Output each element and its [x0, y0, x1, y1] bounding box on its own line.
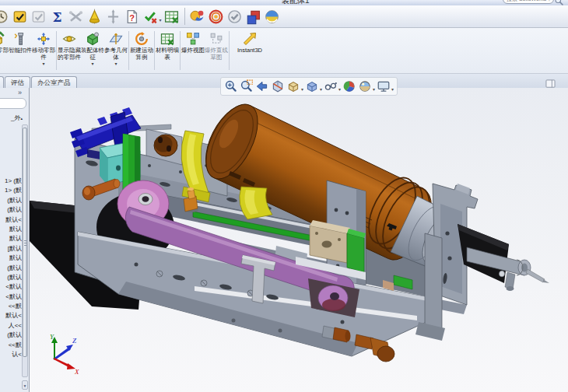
- tree-item[interactable]: (默认: [0, 264, 22, 273]
- tree-root-item[interactable]: _外▴: [0, 114, 23, 122]
- tree-item[interactable]: 人<<: [0, 321, 22, 331]
- tree-item[interactable]: 1> (默: [0, 186, 22, 195]
- smart-fasteners-icon: [12, 31, 28, 47]
- tree-item[interactable]: 默认: [0, 234, 22, 243]
- ribbon-tabs: 评估办公室产品: [0, 76, 78, 88]
- bom-table-icon: [160, 31, 175, 47]
- ribbon-button-instant3d[interactable]: Instant3D: [230, 30, 269, 72]
- search-input[interactable]: [503, 0, 554, 4]
- ribbon-button-label: 智能扣件: [9, 47, 32, 54]
- ribbon-button-explode-line-sketch[interactable]: 爆炸直线草图: [205, 30, 228, 72]
- ribbon-button-assembly-features[interactable]: 装配体特征▾: [81, 30, 104, 72]
- ribbon-button-show-hidden-components[interactable]: 显示隐藏的零部件: [58, 30, 81, 72]
- ribbon-button-label: 爆炸直线草图: [205, 47, 228, 61]
- view-settings-icon[interactable]: [377, 79, 391, 93]
- apply-scene-dropdown-caret[interactable]: ▾: [373, 86, 375, 92]
- tree-item[interactable]: 默认<: [0, 311, 22, 320]
- check-doc-icon[interactable]: ?: [124, 9, 140, 25]
- hide-show-items-dropdown-caret[interactable]: ▾: [338, 86, 341, 92]
- tree-item[interactable]: 默认: [0, 254, 22, 263]
- tree-item[interactable]: <默认: [0, 282, 22, 292]
- edrawings-icon[interactable]: [264, 9, 280, 25]
- hide-show-icon[interactable]: [324, 79, 338, 93]
- ribbon-button-new-motion-study[interactable]: 新建运动算例: [130, 30, 153, 72]
- reference-geometry-icon: [108, 31, 124, 47]
- photoview-icon[interactable]: [189, 9, 205, 25]
- assembly-features-dropdown-caret[interactable]: ▾: [91, 61, 93, 66]
- insert-component-icon: [0, 31, 5, 47]
- tree-item[interactable]: (默认: [0, 331, 22, 340]
- ribbon-button-label: Instant3D: [237, 47, 262, 54]
- instant3d-icon: [242, 31, 258, 47]
- ribbon-button-smart-fasteners[interactable]: 智能扣件: [9, 30, 32, 72]
- render-rings-icon[interactable]: [208, 9, 224, 25]
- tree-item[interactable]: <<默: [0, 341, 22, 350]
- align-icon[interactable]: [105, 9, 121, 25]
- motion-study-icon: [134, 31, 149, 47]
- ribbon-button-reference-geometry[interactable]: 参考几何体▾: [104, 30, 128, 72]
- graphics-viewport[interactable]: Y Z X: [30, 88, 568, 392]
- edit-appearance-icon[interactable]: [342, 79, 356, 93]
- zoom-fit-icon[interactable]: [224, 79, 238, 93]
- show-hidden-icon: [61, 31, 77, 47]
- ribbon-button-bill-of-materials[interactable]: 材料明细表: [156, 30, 179, 72]
- display-style-icon[interactable]: [305, 79, 319, 93]
- ribbon-button-insert-components[interactable]: 插入零部件: [0, 30, 9, 72]
- exploded-view-icon: [185, 31, 201, 47]
- tab-partial[interactable]: [0, 76, 4, 88]
- svg-text:?: ?: [129, 12, 135, 22]
- ribbon-button-label: 装配体特征: [81, 47, 104, 61]
- tree-item[interactable]: 1> (默: [0, 177, 22, 186]
- move-component-dropdown-caret[interactable]: ▾: [42, 61, 44, 66]
- tab-office-products[interactable]: 办公室产品: [31, 76, 77, 88]
- tree-item[interactable]: [默认: [0, 244, 22, 254]
- view-orientation-icon[interactable]: [286, 79, 300, 93]
- zoom-area-icon[interactable]: [240, 79, 254, 93]
- equations-icon[interactable]: Σ: [49, 9, 65, 25]
- view-orientation-dropdown-caret[interactable]: ▾: [301, 86, 303, 92]
- reference-geometry-dropdown-caret[interactable]: ▾: [114, 61, 117, 66]
- ribbon-button-label: 显示隐藏的零部件: [58, 47, 81, 61]
- tree-scrollbar-thumb[interactable]: [23, 128, 27, 357]
- triad-z-label: Z: [72, 337, 77, 345]
- tree-filter-input[interactable]: [0, 98, 26, 109]
- tree-item[interactable]: (默认: [0, 205, 22, 215]
- previous-view-icon[interactable]: [255, 79, 269, 93]
- tree-item[interactable]: (默认: [0, 273, 22, 282]
- cone-icon[interactable]: [86, 9, 103, 25]
- verify-icon[interactable]: [142, 9, 159, 25]
- verification-dropdown-caret[interactable]: ▾: [160, 17, 162, 23]
- search-icon[interactable]: [554, 0, 564, 5]
- bom-excel-icon[interactable]: [163, 9, 180, 25]
- section-view-icon[interactable]: [271, 79, 285, 93]
- view-settings-dropdown-caret[interactable]: ▾: [391, 86, 394, 92]
- tree-item[interactable]: <默认: [0, 292, 22, 302]
- ribbon-button-label: 移动零部件: [32, 47, 55, 61]
- tree-item[interactable]: (默认: [0, 196, 22, 205]
- tree-item[interactable]: 默认<: [0, 215, 22, 225]
- tree-item[interactable]: 默认: [0, 225, 22, 234]
- ribbon-divider: [56, 31, 57, 70]
- history-clock-icon[interactable]: [0, 9, 9, 25]
- assembly-3d-model[interactable]: Y Z X: [30, 88, 568, 392]
- render-options-icon[interactable]: [245, 9, 261, 25]
- tree-scrollbar[interactable]: [22, 124, 28, 377]
- quick-access-toolbar: Σ?▾: [0, 5, 568, 28]
- tab-evaluate[interactable]: 评估: [5, 76, 30, 88]
- ribbon-button-move-component[interactable]: 移动零部件▾: [32, 30, 55, 72]
- feature-manager-panel: » _外▴ 1> (默1> (默(默认(默认默认<默认默认[默认默认(默认(默认…: [0, 88, 30, 392]
- panel-collapse-chevron[interactable]: »: [18, 89, 22, 96]
- ribbon-divider: [128, 31, 129, 70]
- final-render-icon[interactable]: [226, 9, 243, 25]
- design-binder-icon[interactable]: [12, 9, 28, 25]
- tree-item[interactable]: 认<: [0, 350, 22, 359]
- display-style-dropdown-caret[interactable]: ▾: [320, 86, 322, 92]
- checkbox-disabled-icon[interactable]: [30, 9, 47, 25]
- tree-scroll-down-button[interactable]: ▼: [22, 380, 28, 390]
- window-pane-icon[interactable]: [545, 77, 556, 86]
- ribbon-button-exploded-view[interactable]: 爆炸视图: [181, 30, 205, 72]
- apply-scene-icon[interactable]: [358, 79, 372, 93]
- tree-item[interactable]: <<默: [0, 302, 22, 311]
- feature-tree-items: 1> (默1> (默(默认(默认默认<默认默认[默认默认(默认(默认<默认<默认…: [0, 177, 22, 359]
- no-external-ref-icon[interactable]: [68, 9, 84, 25]
